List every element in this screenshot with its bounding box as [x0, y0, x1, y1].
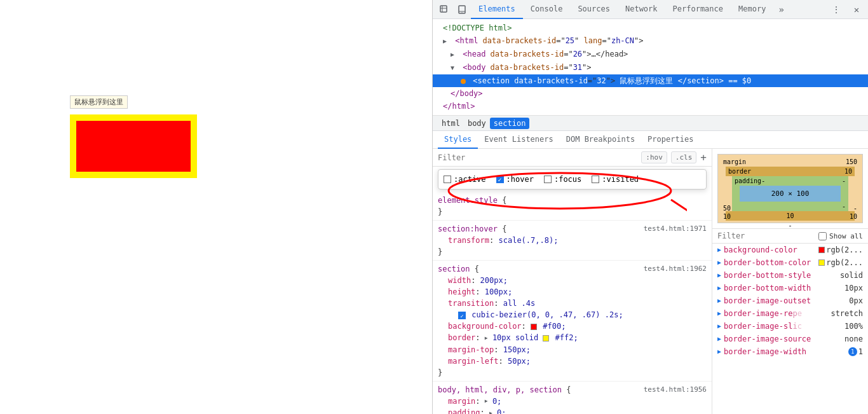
tab-event-listeners[interactable]: Event Listeners: [478, 131, 559, 149]
computed-prop-border-image-repeat: ▶ border-image-repe stretch: [712, 307, 868, 320]
border-image-repeat-arrow[interactable]: ▶: [717, 308, 721, 319]
computed-filter-input[interactable]: [717, 231, 818, 240]
bgcolor-computed-swatch: [818, 247, 825, 253]
breadcrumb-section[interactable]: section: [490, 118, 530, 129]
more-tabs-icon[interactable]: »: [773, 4, 789, 15]
computed-prop-bgcolor: ▶ background-color rgb(2...: [712, 244, 868, 256]
border-bottom-style-arrow[interactable]: ▶: [717, 270, 721, 281]
border-arrow[interactable]: ▶: [485, 333, 488, 344]
computed-prop-border-image-outset: ▶ border-image-outset 0px: [712, 294, 868, 307]
section-link[interactable]: test4.html:1962: [644, 263, 707, 275]
border-row: border 10: [726, 167, 855, 176]
dom-line-head[interactable]: ▶ <head data-brackets-id="26">…</head>: [433, 48, 868, 61]
computed-prop-border-bottom-width: ▶ border-bottom-width 10px: [712, 282, 868, 294]
left-val-50: 50: [723, 205, 731, 212]
hov-button[interactable]: :hov: [641, 151, 667, 163]
border-image-width-arrow[interactable]: ▶: [717, 346, 721, 357]
border-bottom-width-arrow[interactable]: ▶: [717, 282, 721, 294]
show-all-label: Show all: [829, 232, 863, 240]
css-rule-section-hover: section:hover { test4.html:1971 transfor…: [433, 221, 712, 261]
breadcrumb-html[interactable]: html: [438, 118, 464, 129]
tab-elements[interactable]: Elements: [471, 0, 523, 19]
html-close-tag: </html>: [443, 102, 475, 111]
dom-line-body-close[interactable]: </body>: [433, 87, 868, 100]
section-attr-id-val: 32: [597, 76, 606, 85]
pseudo-hover: ✓ :hover: [496, 175, 534, 184]
inspect-icon[interactable]: [435, 1, 453, 18]
tab-network[interactable]: Network: [618, 0, 665, 19]
svg-point-5: [462, 12, 463, 13]
focus-checkbox[interactable]: [544, 176, 552, 183]
active-label: :active: [454, 175, 486, 184]
pseudo-popup: :active ✓ :hover :focus :visited: [438, 169, 707, 190]
tab-console[interactable]: Console: [523, 0, 571, 19]
dom-line-section[interactable]: <section data-brackets-id="32"> 鼠标悬浮到这里 …: [433, 74, 868, 87]
border-image-outset-arrow[interactable]: ▶: [717, 295, 721, 307]
element-style-close: }: [438, 206, 707, 217]
tab-properties[interactable]: Properties: [641, 131, 700, 149]
breadcrumb: html body section: [433, 116, 868, 131]
hover-checkbox[interactable]: ✓: [496, 176, 504, 183]
computed-prop-border-bottom-color: ▶ border-bottom-color rgb(2...: [712, 256, 868, 269]
computed-props-list: ▶ background-color rgb(2... ▶ border-bot…: [712, 244, 868, 358]
devtools-settings-icon[interactable]: ⋮: [827, 1, 845, 18]
dom-line-html-close[interactable]: </html>: [433, 100, 868, 113]
padding-bottom-dash: -: [842, 203, 846, 210]
border-bottom-color-swatch: [818, 259, 825, 266]
padding-label: padding-: [735, 177, 765, 184]
body-attr-id: data-brackets-id: [491, 63, 564, 72]
computed-prop-border-image-slice: ▶ border-image-slic 100%: [712, 320, 868, 333]
dom-line-html[interactable]: ▶ <html data-brackets-id="25" lang="zh-C…: [433, 34, 868, 48]
prop-padding: padding: ▶ 0;: [448, 407, 707, 414]
head-attr-id: data-brackets-id: [491, 50, 564, 59]
active-checkbox[interactable]: [444, 176, 451, 183]
tab-memory[interactable]: Memory: [731, 0, 773, 19]
prop-margin-left: margin-left: 50px;: [448, 355, 707, 367]
dom-line-doctype[interactable]: <!DOCTYPE html>: [433, 22, 868, 34]
right-val-dash: -: [850, 205, 857, 212]
computed-panel: margin 150 border 10 padding- -: [712, 149, 868, 414]
tooltip-text: 鼠标悬浮到这里: [74, 98, 123, 106]
css-rule-body-section: body, html, div, p, section { test4.html…: [433, 382, 712, 415]
body-section-selector: body, html, div, p, section { test4.html…: [438, 384, 707, 396]
breadcrumb-body[interactable]: body: [464, 118, 490, 129]
devtools-close-icon[interactable]: ✕: [848, 1, 865, 18]
section-attr-id: data-brackets-id: [514, 76, 588, 85]
show-all-checkbox[interactable]: [818, 232, 827, 240]
add-style-button[interactable]: +: [700, 151, 707, 163]
dom-line-body[interactable]: ▼ <body data-brackets-id="31">: [433, 61, 868, 74]
box-model-diagram: margin 150 border 10 padding- -: [717, 154, 863, 223]
filter-input[interactable]: [438, 153, 637, 162]
tab-performance[interactable]: Performance: [665, 0, 731, 19]
bezier-checkbox[interactable]: ✓: [458, 312, 466, 319]
css-rule-element-style: element.style { }: [433, 192, 712, 221]
border-image-source-arrow[interactable]: ▶: [717, 333, 721, 345]
show-all-container: Show all: [818, 232, 863, 240]
left-val-10: 10: [723, 213, 731, 220]
device-icon[interactable]: [453, 1, 471, 18]
border-swatch[interactable]: [543, 335, 549, 342]
visited-checkbox[interactable]: [592, 176, 599, 183]
computed-filter-bar: Show all: [712, 229, 868, 244]
body-section-link[interactable]: test4.html:1956: [644, 384, 707, 396]
border-image-slice-arrow[interactable]: ▶: [717, 321, 721, 332]
tab-sources[interactable]: Sources: [570, 0, 618, 19]
prop-transition: transition: all .4s: [448, 298, 707, 309]
tab-dom-breakpoints[interactable]: DOM Breakpoints: [560, 131, 641, 149]
cls-button[interactable]: .cls: [671, 151, 697, 163]
bgcolor-expand-arrow[interactable]: ▶: [717, 244, 721, 256]
dom-tree: <!DOCTYPE html> ▶ <html data-brackets-id…: [433, 19, 868, 116]
section-hover-link[interactable]: test4.html:1971: [644, 223, 707, 235]
prop-margin-top: margin-top: 150px;: [448, 344, 707, 355]
styles-tabs: Styles Event Listeners DOM Breakpoints P…: [433, 131, 868, 149]
border-bottom-color-arrow[interactable]: ▶: [717, 257, 721, 268]
tab-styles[interactable]: Styles: [438, 131, 478, 149]
devtools-topbar-right: ⋮ ✕: [827, 1, 865, 18]
body-attr-id-val: 31: [573, 63, 582, 72]
focus-label: :focus: [554, 175, 581, 184]
pseudo-popup-container: :active ✓ :hover :focus :visited: [433, 167, 712, 192]
section-text-content: 鼠标悬浮到这里: [620, 76, 673, 85]
bgcolor-swatch[interactable]: [531, 324, 537, 330]
styles-panel: :hov .cls + :active ✓ :hover: [433, 149, 712, 414]
right-val-10: 10: [850, 213, 857, 220]
